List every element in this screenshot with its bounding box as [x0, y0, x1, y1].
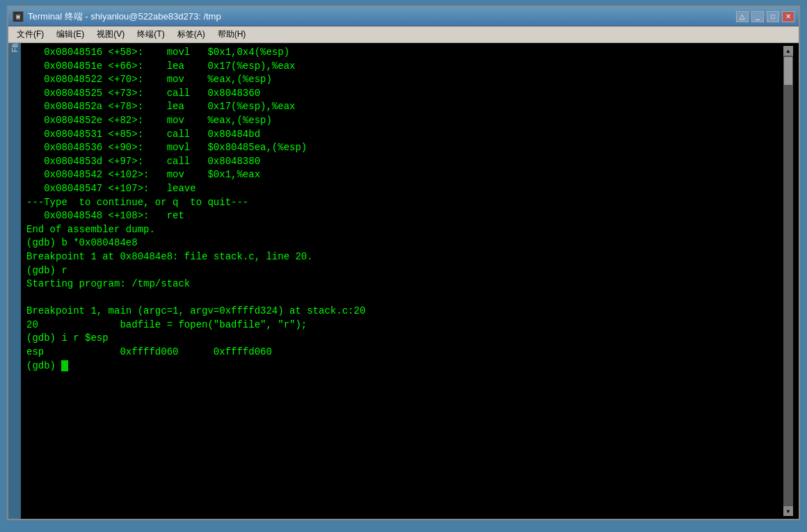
title-bar-left: ▣ Terminal 终端 - shiyanlou@522abe83d273: … [13, 10, 221, 23]
scroll-up-arrow[interactable]: ▲ [783, 46, 793, 56]
window-title: Terminal 终端 - shiyanlou@522abe83d273: /t… [28, 10, 221, 23]
menu-item-标签a[interactable]: 标签(A) [172, 27, 211, 42]
minimize-button[interactable]: _ [751, 11, 764, 22]
maximize-button[interactable]: □ [767, 11, 779, 22]
scroll-track[interactable] [783, 56, 793, 506]
bell-button[interactable]: △ [736, 11, 749, 22]
left-bar-text1: Fi [10, 46, 19, 52]
title-bar-controls: △ _ □ ✕ [736, 11, 794, 22]
menu-item-文件f[interactable]: 文件(F) [11, 27, 49, 42]
terminal-cursor [61, 360, 68, 371]
menu-item-编辑e[interactable]: 编辑(E) [51, 27, 90, 42]
menu-item-终端t[interactable]: 终端(T) [131, 27, 170, 42]
terminal-outer: Fi 览 0x08048516 <+58>: movl $0x1,0x4(%es… [8, 43, 799, 519]
terminal-body[interactable]: 0x08048516 <+58>: movl $0x1,0x4(%esp) 0x… [21, 43, 799, 519]
menu-item-视图v[interactable]: 视图(V) [91, 27, 130, 42]
menu-bar: 文件(F)编辑(E)视图(V)终端(T)标签(A)帮助(H) [8, 26, 799, 43]
scroll-thumb[interactable] [784, 57, 792, 85]
terminal-text[interactable]: 0x08048516 <+58>: movl $0x1,0x4(%esp) 0x… [26, 46, 783, 516]
title-bar: ▣ Terminal 终端 - shiyanlou@522abe83d273: … [8, 7, 799, 26]
left-sidebar: Fi 览 [8, 43, 21, 519]
terminal-window: ▣ Terminal 终端 - shiyanlou@522abe83d273: … [7, 6, 800, 520]
close-button[interactable]: ✕ [782, 11, 794, 22]
scrollbar[interactable]: ▲ ▼ [783, 46, 793, 516]
window-icon: ▣ [13, 11, 24, 22]
menu-item-帮助h[interactable]: 帮助(H) [212, 27, 252, 42]
scroll-down-arrow[interactable]: ▼ [783, 506, 793, 516]
